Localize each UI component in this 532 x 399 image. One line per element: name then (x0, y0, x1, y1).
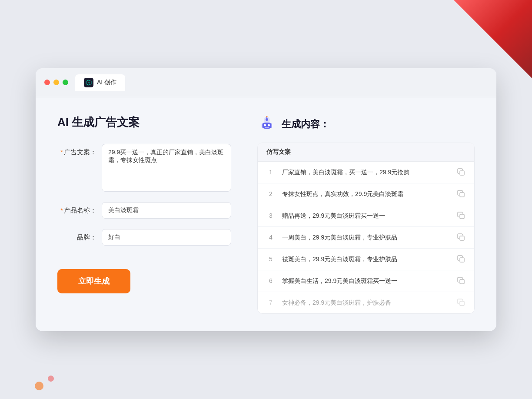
svg-rect-18 (460, 301, 464, 306)
svg-text:AI: AI (88, 82, 90, 84)
result-number: 7 (266, 299, 275, 306)
product-name-required: * (60, 206, 63, 214)
result-text: 专抹女性斑点，真实功效，29.9元美白淡斑霜 (282, 190, 450, 199)
copy-icon[interactable] (457, 298, 466, 307)
right-header: 生成内容： (257, 115, 475, 134)
result-number: 1 (266, 169, 275, 176)
ad-copy-required: * (60, 148, 63, 156)
brand-label: 品牌： (57, 229, 96, 242)
table-row: 5 祛斑美白，29.9元美白淡斑霜，专业护肤品 (258, 249, 474, 270)
svg-point-11 (266, 116, 268, 117)
ad-copy-label: *广告文案： (57, 144, 96, 156)
result-text: 女神必备，29.9元美白淡斑霜，护肤必备 (282, 298, 450, 307)
result-number: 3 (266, 212, 275, 219)
results-table: 仿写文案 1 厂家直销，美白淡斑霜，买一送一，29.9元抢购 2 专抹女性斑点，… (257, 143, 475, 314)
svg-point-7 (268, 124, 270, 126)
results-list: 1 厂家直销，美白淡斑霜，买一送一，29.9元抢购 2 专抹女性斑点，真实功效，… (258, 162, 474, 313)
svg-rect-5 (270, 123, 272, 128)
copy-icon[interactable] (457, 276, 466, 285)
svg-point-6 (264, 124, 266, 126)
table-row: 1 厂家直销，美白淡斑霜，买一送一，29.9元抢购 (258, 162, 474, 183)
bg-decoration-dot-2 (48, 376, 54, 382)
robot-icon (257, 115, 276, 134)
results-header: 仿写文案 (258, 143, 474, 162)
right-panel: 生成内容： 仿写文案 1 厂家直销，美白淡斑霜，买一送一，29.9元抢购 2 专… (257, 115, 475, 314)
table-row: 3 赠品再送，29.9元美白淡斑霜买一送一 (258, 205, 474, 227)
bg-decoration-dot-1 (35, 382, 43, 390)
svg-rect-8 (265, 127, 269, 128)
traffic-lights (44, 80, 68, 85)
table-row: 4 一周美白，29.9元美白淡斑霜，专业护肤品 (258, 227, 474, 249)
brand-input[interactable] (102, 229, 231, 246)
result-text: 厂家直销，美白淡斑霜，买一送一，29.9元抢购 (282, 168, 450, 177)
svg-rect-4 (262, 123, 263, 128)
svg-rect-17 (460, 279, 464, 284)
copy-icon[interactable] (457, 255, 466, 263)
ad-copy-input[interactable] (102, 144, 231, 192)
page-title: AI 生成广告文案 (57, 115, 231, 130)
result-number: 2 (266, 190, 275, 197)
bg-decoration-top-right (454, 0, 532, 78)
right-title: 生成内容： (282, 118, 329, 131)
result-text: 掌握美白生活，29.9元美白淡斑霜买一送一 (282, 276, 450, 286)
table-row: 7 女神必备，29.9元美白淡斑霜，护肤必备 (258, 292, 474, 313)
browser-window: AI AI 创作 AI 生成广告文案 *广告文案： *产品名称： (36, 68, 496, 331)
table-row: 6 掌握美白生活，29.9元美白淡斑霜买一送一 (258, 270, 474, 292)
browser-tab[interactable]: AI AI 创作 (75, 74, 125, 91)
result-number: 4 (266, 234, 275, 241)
main-content: AI 生成广告文案 *广告文案： *产品名称： 品牌： 立即生成 (36, 97, 496, 331)
svg-rect-16 (460, 258, 464, 262)
ad-copy-group: *广告文案： (57, 144, 231, 192)
svg-rect-15 (460, 236, 464, 240)
copy-icon[interactable] (457, 233, 466, 242)
tab-label: AI 创作 (97, 79, 116, 86)
copy-icon[interactable] (457, 190, 466, 198)
svg-rect-14 (460, 214, 464, 219)
brand-group: 品牌： (57, 229, 231, 246)
product-name-group: *产品名称： (57, 202, 231, 219)
result-text: 祛斑美白，29.9元美白淡斑霜，专业护肤品 (282, 255, 450, 264)
close-button[interactable] (44, 80, 50, 85)
title-bar: AI AI 创作 (36, 68, 496, 97)
minimize-button[interactable] (53, 80, 59, 85)
copy-icon[interactable] (457, 168, 466, 176)
table-row: 2 专抹女性斑点，真实功效，29.9元美白淡斑霜 (258, 183, 474, 205)
result-number: 5 (266, 256, 275, 263)
result-number: 6 (266, 277, 275, 284)
result-text: 一周美白，29.9元美白淡斑霜，专业护肤品 (282, 233, 450, 242)
copy-icon[interactable] (457, 211, 466, 220)
generate-button[interactable]: 立即生成 (57, 269, 130, 293)
result-text: 赠品再送，29.9元美白淡斑霜买一送一 (282, 211, 450, 220)
maximize-button[interactable] (63, 80, 68, 85)
svg-rect-13 (460, 193, 464, 197)
svg-rect-12 (460, 171, 464, 175)
product-name-label: *产品名称： (57, 202, 96, 215)
product-name-input[interactable] (102, 202, 231, 219)
ai-icon: AI (84, 78, 93, 87)
left-panel: AI 生成广告文案 *广告文案： *产品名称： 品牌： 立即生成 (57, 115, 231, 293)
